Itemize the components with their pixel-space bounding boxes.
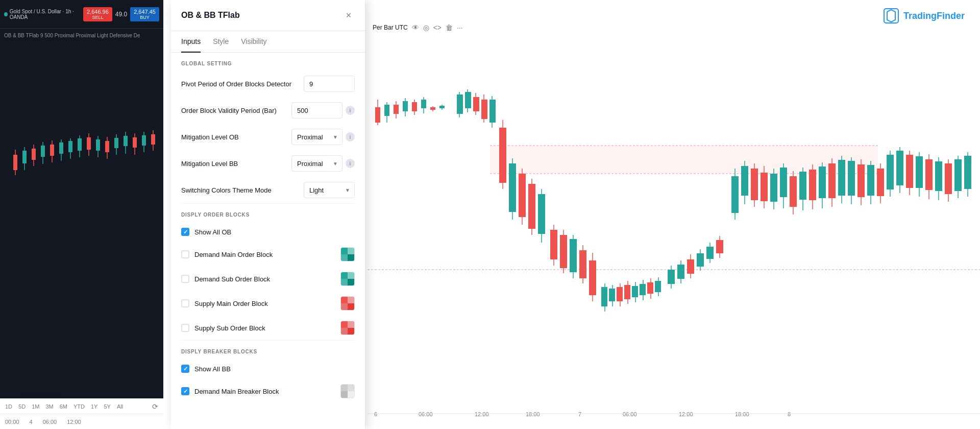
section-bb-label: DISPLY BREAKER BLOCKS bbox=[171, 341, 365, 359]
left-chart-svg bbox=[0, 42, 163, 293]
tf-ytd[interactable]: YTD bbox=[71, 402, 87, 411]
svg-rect-48 bbox=[579, 250, 586, 278]
svg-text:12:00: 12:00 bbox=[475, 411, 489, 417]
svg-rect-44 bbox=[560, 235, 567, 268]
svg-rect-26 bbox=[473, 97, 479, 111]
color-theme-select[interactable]: Light ▼ bbox=[304, 182, 355, 198]
svg-rect-96 bbox=[809, 170, 816, 200]
color-theme-label: Switching Colors Theme Mode bbox=[181, 186, 304, 194]
svg-rect-86 bbox=[761, 173, 768, 201]
tab-visibility[interactable]: Visibility bbox=[241, 31, 266, 53]
mitigation-bb-label: Mitigation Level BB bbox=[181, 160, 291, 168]
validity-info-icon[interactable]: i bbox=[346, 106, 355, 115]
tab-style[interactable]: Style bbox=[213, 31, 229, 53]
pivot-period-input[interactable] bbox=[304, 76, 355, 92]
tf-1y[interactable]: 1Y bbox=[89, 402, 100, 411]
eye-icon[interactable]: 👁 bbox=[412, 23, 419, 32]
tf-3m[interactable]: 3M bbox=[43, 402, 55, 411]
svg-rect-141 bbox=[13, 155, 17, 170]
svg-text:12:00: 12:00 bbox=[679, 411, 693, 417]
tf-1m[interactable]: 1M bbox=[30, 402, 41, 411]
mitigation-bb-select[interactable]: Proximal ▼ bbox=[291, 155, 342, 172]
more-icon[interactable]: ··· bbox=[457, 23, 463, 32]
buy-button[interactable]: 2,647.45 BUY bbox=[130, 7, 159, 21]
svg-rect-50 bbox=[589, 260, 596, 295]
svg-rect-74 bbox=[697, 253, 704, 267]
svg-rect-128 bbox=[964, 156, 971, 189]
svg-rect-34 bbox=[509, 163, 516, 212]
color-theme-arrow: ▼ bbox=[345, 187, 350, 193]
svg-rect-82 bbox=[741, 166, 748, 196]
mitigation-bb-info[interactable]: i bbox=[346, 159, 355, 168]
svg-rect-165 bbox=[124, 136, 128, 146]
svg-rect-116 bbox=[906, 155, 913, 188]
target-icon[interactable]: ◎ bbox=[423, 23, 429, 32]
svg-rect-84 bbox=[751, 169, 758, 200]
close-button[interactable]: × bbox=[342, 9, 355, 21]
trash-icon[interactable]: 🗑 bbox=[446, 23, 453, 32]
sell-button[interactable]: 2,646.96 SELL bbox=[83, 7, 112, 21]
svg-text:6: 6 bbox=[374, 411, 377, 417]
svg-text:7: 7 bbox=[578, 411, 581, 417]
mitigation-ob-label: Mitigation Level OB bbox=[181, 133, 291, 141]
demand-sub-ob-swatch[interactable] bbox=[340, 272, 355, 286]
mitigation-ob-select[interactable]: Proximal ▼ bbox=[291, 129, 342, 145]
supply-main-ob-checkbox[interactable] bbox=[181, 299, 189, 307]
demand-sub-ob-checkbox[interactable] bbox=[181, 275, 189, 283]
demand-main-bb-swatch[interactable] bbox=[340, 384, 355, 398]
svg-rect-155 bbox=[78, 138, 82, 151]
svg-rect-52 bbox=[601, 287, 607, 306]
color-theme-row: Switching Colors Theme Mode Light ▼ bbox=[171, 177, 365, 203]
refresh-icon[interactable]: ⟳ bbox=[150, 401, 160, 412]
show-all-ob-row: Show All OB bbox=[171, 222, 365, 242]
tv-logo-icon: ▶▶ bbox=[5, 389, 16, 397]
mitigation-bb-arrow: ▼ bbox=[333, 161, 338, 166]
demand-main-ob-checkbox[interactable] bbox=[181, 250, 189, 258]
supply-main-ob-swatch[interactable] bbox=[340, 296, 355, 311]
svg-rect-8 bbox=[384, 105, 389, 116]
demand-main-ob-swatch[interactable] bbox=[340, 247, 355, 261]
validity-period-input[interactable] bbox=[291, 102, 342, 118]
tab-inputs[interactable]: Inputs bbox=[181, 31, 201, 53]
mitigation-bb-control: Proximal ▼ i bbox=[291, 155, 355, 172]
svg-rect-30 bbox=[489, 100, 496, 123]
svg-rect-6 bbox=[375, 107, 380, 123]
demand-sub-ob-row: Demand Sub Order Block bbox=[171, 267, 365, 291]
svg-rect-64 bbox=[647, 282, 653, 294]
supply-sub-ob-swatch[interactable] bbox=[340, 321, 355, 335]
validity-period-label: Order Block Validity Period (Bar) bbox=[181, 107, 291, 114]
tf-6m[interactable]: 6M bbox=[58, 402, 69, 411]
demand-main-ob-label: Demand Main Order Block bbox=[194, 251, 335, 258]
modal-dialog: OB & BB TFlab × Inputs Style Visibility … bbox=[171, 0, 365, 429]
show-all-ob-checkbox[interactable] bbox=[181, 228, 189, 236]
svg-rect-122 bbox=[935, 161, 942, 191]
modal-title: OB & BB TFlab bbox=[181, 11, 240, 20]
svg-rect-80 bbox=[731, 176, 739, 213]
mitigation-ob-control: Proximal ▼ i bbox=[291, 129, 355, 145]
code-icon[interactable]: <> bbox=[433, 23, 442, 32]
mitigation-ob-info[interactable]: i bbox=[346, 132, 355, 141]
svg-rect-108 bbox=[867, 165, 874, 196]
show-all-bb-checkbox[interactable] bbox=[181, 365, 189, 373]
svg-rect-151 bbox=[59, 142, 63, 154]
time-4: 12:00 bbox=[67, 419, 81, 425]
svg-text:06:00: 06:00 bbox=[419, 411, 433, 417]
left-chart bbox=[0, 42, 163, 293]
svg-rect-62 bbox=[640, 284, 646, 295]
supply-sub-ob-row: Supply Sub Order Block bbox=[171, 316, 365, 340]
tf-5y[interactable]: 5Y bbox=[102, 402, 112, 411]
supply-sub-ob-checkbox[interactable] bbox=[181, 324, 189, 332]
tf-all[interactable]: All bbox=[115, 402, 125, 411]
mitigation-ob-value: Proximal bbox=[297, 133, 323, 141]
svg-rect-38 bbox=[528, 184, 535, 229]
svg-rect-60 bbox=[632, 286, 638, 297]
left-panel: Gold Spot / U.S. Dollar · 1h · OANDA Gol… bbox=[0, 0, 163, 429]
svg-rect-88 bbox=[770, 174, 777, 202]
tf-5d[interactable]: 5D bbox=[16, 402, 28, 411]
demand-sub-ob-label: Demand Sub Order Block bbox=[194, 275, 335, 283]
demand-main-bb-label: Demand Main Breaker Block bbox=[194, 388, 335, 395]
svg-rect-147 bbox=[41, 146, 45, 157]
tf-1d[interactable]: 1D bbox=[3, 402, 14, 411]
show-all-bb-row: Show All BB bbox=[171, 359, 365, 379]
demand-main-bb-checkbox[interactable] bbox=[181, 387, 189, 395]
